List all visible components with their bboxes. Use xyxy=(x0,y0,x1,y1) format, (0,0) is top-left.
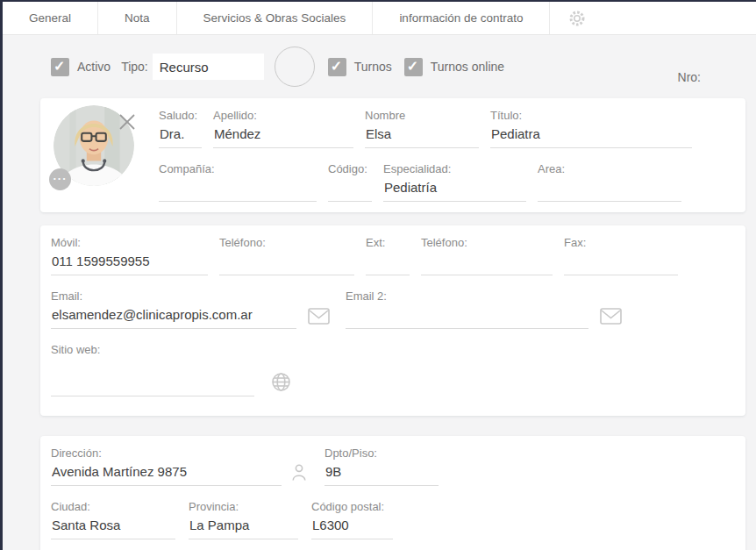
tab-contrato-label: información de contrato xyxy=(399,11,523,25)
field-codigo: Código: xyxy=(328,162,372,202)
open-website-button[interactable] xyxy=(271,372,291,396)
field-codigo-postal: Código postal: xyxy=(311,500,393,539)
fax-label: Fax: xyxy=(564,236,678,251)
compania-input[interactable] xyxy=(159,177,317,202)
globe-icon xyxy=(271,372,291,392)
movil-input[interactable] xyxy=(51,251,208,275)
ext-input[interactable] xyxy=(366,251,410,275)
field-sitio-web: Sitio web: xyxy=(51,343,254,396)
avatar-block xyxy=(51,109,159,212)
tipo-input[interactable] xyxy=(153,54,264,80)
tipo-label: Tipo: xyxy=(121,60,148,74)
field-nombre: Nombre xyxy=(365,109,479,148)
area-label: Area: xyxy=(538,162,681,177)
dpto-piso-input[interactable] xyxy=(325,461,439,486)
turnos-online-checkbox[interactable] xyxy=(404,58,423,76)
sitio-web-label: Sitio web: xyxy=(51,343,254,358)
field-titulo: Título: xyxy=(490,109,692,148)
email2-input[interactable] xyxy=(346,304,588,329)
telefono-input[interactable] xyxy=(219,251,354,275)
telefono2-input[interactable] xyxy=(421,251,553,275)
apellido-input[interactable] xyxy=(213,124,353,148)
tab-bar: General Nota Servicios & Obras Sociales … xyxy=(3,2,756,35)
field-apellido: Apellido: xyxy=(213,109,353,148)
tab-general[interactable]: General xyxy=(3,2,98,34)
field-especialidad: Especialidad: xyxy=(383,162,526,202)
contact-card: Móvil: Teléfono: Ext: Teléfono: Fax: xyxy=(40,225,745,416)
field-ext: Ext: xyxy=(366,236,410,275)
field-email: Email: xyxy=(51,289,296,329)
nombre-label: Nombre xyxy=(365,109,479,124)
tab-nota-label: Nota xyxy=(125,11,150,25)
provincia-label: Provincia: xyxy=(189,500,298,515)
settings-tab-button[interactable] xyxy=(550,2,604,34)
sitio-web-input[interactable] xyxy=(51,372,254,396)
field-email2: Email 2: xyxy=(346,289,588,329)
fax-input[interactable] xyxy=(564,251,678,275)
envelope-icon xyxy=(308,308,330,325)
email-input[interactable] xyxy=(51,304,296,329)
remove-photo-button[interactable] xyxy=(116,111,139,133)
nro-label: Nro: xyxy=(678,70,701,84)
field-provincia: Provincia: xyxy=(189,500,298,539)
field-movil: Móvil: xyxy=(51,236,208,275)
area-input[interactable] xyxy=(538,177,681,202)
tab-nota[interactable]: Nota xyxy=(98,2,177,34)
codigo-postal-label: Código postal: xyxy=(311,500,393,515)
field-telefono: Teléfono: xyxy=(219,236,354,275)
codigo-postal-input[interactable] xyxy=(311,515,393,539)
compania-label: Compañía: xyxy=(159,162,317,177)
envelope-icon xyxy=(600,308,622,325)
codigo-input[interactable] xyxy=(328,177,372,202)
identity-fields: Saludo: Apellido: Nombre Título: xyxy=(159,109,745,212)
titulo-label: Título: xyxy=(490,109,692,124)
titulo-input[interactable] xyxy=(490,124,692,148)
locate-on-map-button[interactable] xyxy=(290,463,308,486)
field-fax: Fax: xyxy=(564,236,678,275)
direccion-label: Dirección: xyxy=(51,446,282,461)
send-email-button[interactable] xyxy=(308,308,330,329)
email2-label: Email 2: xyxy=(346,289,588,304)
movil-label: Móvil: xyxy=(51,236,208,251)
turnos-label: Turnos xyxy=(354,60,392,74)
direccion-input[interactable] xyxy=(51,461,282,486)
saludo-input[interactable] xyxy=(159,124,202,148)
person-pin-icon xyxy=(290,463,308,482)
especialidad-label: Especialidad: xyxy=(383,162,526,177)
field-compania: Compañía: xyxy=(159,162,317,202)
turnos-online-label: Turnos online xyxy=(431,60,504,74)
more-options-button[interactable] xyxy=(49,168,71,190)
dpto-piso-label: Dpto/Piso: xyxy=(325,446,439,461)
saludo-label: Saludo: xyxy=(159,109,202,124)
identity-card: Saludo: Apellido: Nombre Título: xyxy=(40,98,745,212)
field-direccion: Dirección: xyxy=(51,446,282,486)
ciudad-input[interactable] xyxy=(51,515,175,539)
field-area: Area: xyxy=(538,162,681,202)
tab-general-label: General xyxy=(29,11,71,25)
nombre-input[interactable] xyxy=(365,124,479,148)
field-ciudad: Ciudad: xyxy=(51,500,175,539)
field-dpto-piso: Dpto/Piso: xyxy=(325,446,439,486)
apellido-label: Apellido: xyxy=(213,109,353,124)
color-swatch-circle[interactable] xyxy=(275,46,315,87)
especialidad-input[interactable] xyxy=(383,177,526,202)
tab-servicios-label: Servicios & Obras Sociales xyxy=(203,11,346,25)
field-telefono2: Teléfono: xyxy=(421,236,553,275)
gear-icon xyxy=(567,9,587,28)
ciudad-label: Ciudad: xyxy=(51,500,175,515)
close-icon xyxy=(116,111,139,133)
activo-checkbox[interactable] xyxy=(51,58,69,76)
codigo-label: Código: xyxy=(328,162,372,177)
ext-label: Ext: xyxy=(366,236,410,251)
activo-label: Activo xyxy=(77,60,111,74)
tab-informacion-de-contrato[interactable]: información de contrato xyxy=(373,2,550,34)
send-email2-button[interactable] xyxy=(600,308,622,329)
address-card: Dirección: Dpto/Piso: Ciudad: Provincia: xyxy=(40,436,745,550)
turnos-checkbox[interactable] xyxy=(328,58,346,76)
provincia-input[interactable] xyxy=(189,515,298,539)
telefono2-label: Teléfono: xyxy=(421,236,553,251)
tab-servicios-obras-sociales[interactable]: Servicios & Obras Sociales xyxy=(177,2,374,34)
status-toolbar: Activo Tipo: Turnos Turnos online Nro: xyxy=(3,35,756,98)
field-saludo: Saludo: xyxy=(159,109,202,148)
email-label: Email: xyxy=(51,289,296,304)
